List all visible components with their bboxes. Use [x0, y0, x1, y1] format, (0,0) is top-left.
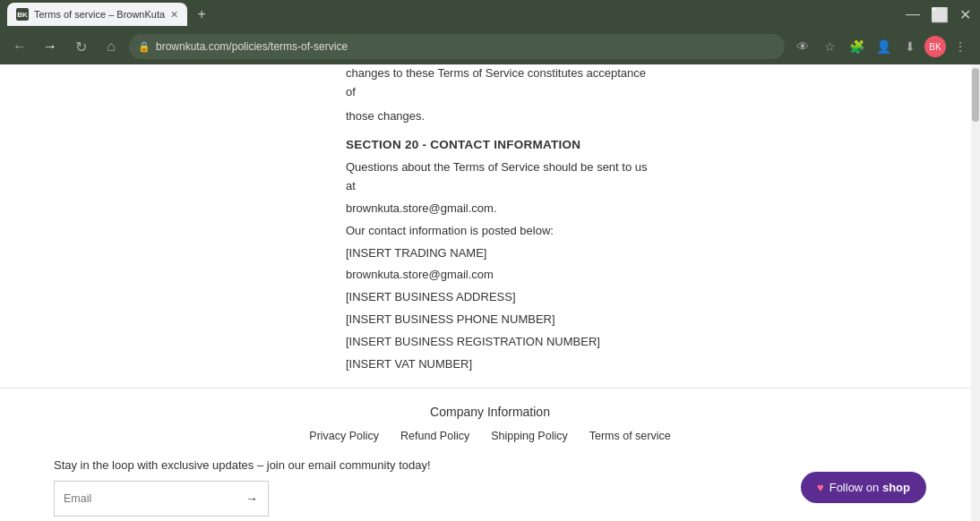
follow-shop-button[interactable]: ♥ Follow on shop [801, 472, 926, 503]
account-circle-button[interactable]: 👤 [871, 34, 896, 59]
contact-trading-name: [INSERT TRADING NAME] [346, 244, 650, 263]
active-tab[interactable]: BK Terms of service – BrownKuta ✕ [7, 3, 187, 26]
email-input[interactable] [55, 492, 236, 505]
contact-vat: [INSERT VAT NUMBER] [346, 355, 650, 374]
address-bar[interactable]: 🔒 brownkuta.com/policies/terms-of-servic… [129, 34, 785, 59]
follow-shop-right: ♥ Follow on shop [801, 472, 926, 503]
address-text: brownkuta.com/policies/terms-of-service [156, 40, 776, 53]
para-2: Our contact information is posted below: [346, 222, 650, 241]
email-submit-button[interactable]: → [236, 482, 268, 516]
lock-icon: 🔒 [138, 41, 150, 53]
email-input-container: → [54, 481, 269, 517]
home-button[interactable]: ⌂ [99, 34, 124, 59]
policy-body: changes to these Terms of Service consti… [346, 64, 650, 373]
para-1-line-1: Questions about the Terms of Service sho… [346, 158, 650, 196]
extensions-puzzle-button[interactable]: 🧩 [844, 34, 869, 59]
close-window-button[interactable]: ✕ [958, 6, 973, 23]
footer-link-refund[interactable]: Refund Policy [400, 430, 469, 442]
newsletter-text: Stay in the loop with exclusive updates … [54, 458, 431, 472]
browser-toolbar: ← → ↻ ⌂ 🔒 brownkuta.com/policies/terms-o… [0, 29, 980, 64]
tab-favicon: BK [16, 8, 29, 21]
reload-button[interactable]: ↻ [68, 34, 93, 59]
footer-link-shipping[interactable]: Shipping Policy [491, 430, 567, 442]
contact-registration: [INSERT BUSINESS REGISTRATION NUMBER] [346, 333, 650, 352]
titlebar: BK Terms of service – BrownKuta ✕ + — ⬜ … [0, 0, 980, 29]
heart-icon: ♥ [817, 481, 824, 494]
section-heading: SECTION 20 - CONTACT INFORMATION [346, 138, 650, 151]
scrollbar-thumb[interactable] [972, 68, 979, 122]
footer-link-tos[interactable]: Terms of service [589, 430, 671, 442]
extensions-button[interactable]: 👁 [790, 34, 815, 59]
para-1-email: brownkuta.store@gmail.com. [346, 200, 650, 218]
policy-wrapper: changes to these Terms of Service consti… [0, 64, 950, 373]
footer: Company Information Privacy Policy Refun… [0, 388, 980, 521]
tab-title-text: Terms of service – BrownKuta [34, 9, 165, 20]
newsletter-section: Stay in the loop with exclusive updates … [0, 458, 980, 517]
new-tab-button[interactable]: + [191, 4, 212, 25]
tab-close-button[interactable]: ✕ [170, 9, 178, 21]
contact-address: [INSERT BUSINESS ADDRESS] [346, 288, 650, 307]
contact-phone: [INSERT BUSINESS PHONE NUMBER] [346, 311, 650, 329]
intro-line-2: those changes. [346, 107, 650, 126]
maximize-button[interactable]: ⬜ [929, 6, 950, 23]
window-controls: — ⬜ ✕ [904, 6, 973, 23]
downloads-button[interactable]: ⬇ [898, 34, 923, 59]
footer-link-privacy[interactable]: Privacy Policy [309, 430, 379, 442]
toolbar-icons: 👁 ☆ 🧩 👤 ⬇ BK ⋮ [790, 34, 973, 59]
bookmark-button[interactable]: ☆ [817, 34, 842, 59]
intro-line-1: changes to these Terms of Service consti… [346, 64, 650, 102]
scrollbar[interactable] [971, 64, 980, 521]
minimize-button[interactable]: — [904, 6, 922, 22]
menu-button[interactable]: ⋮ [948, 34, 973, 59]
footer-company-label: Company Information [0, 405, 980, 419]
newsletter-left: Stay in the loop with exclusive updates … [54, 458, 431, 517]
forward-button[interactable]: → [38, 34, 63, 59]
contact-email: brownkuta.store@gmail.com [346, 266, 650, 285]
follow-shop-label: Follow on shop [830, 481, 910, 494]
profile-avatar[interactable]: BK [924, 36, 946, 57]
main-content: changes to these Terms of Service consti… [0, 64, 980, 521]
page-content: changes to these Terms of Service consti… [0, 64, 980, 521]
footer-nav-links: Privacy Policy Refund Policy Shipping Po… [0, 430, 980, 442]
back-button[interactable]: ← [7, 34, 32, 59]
